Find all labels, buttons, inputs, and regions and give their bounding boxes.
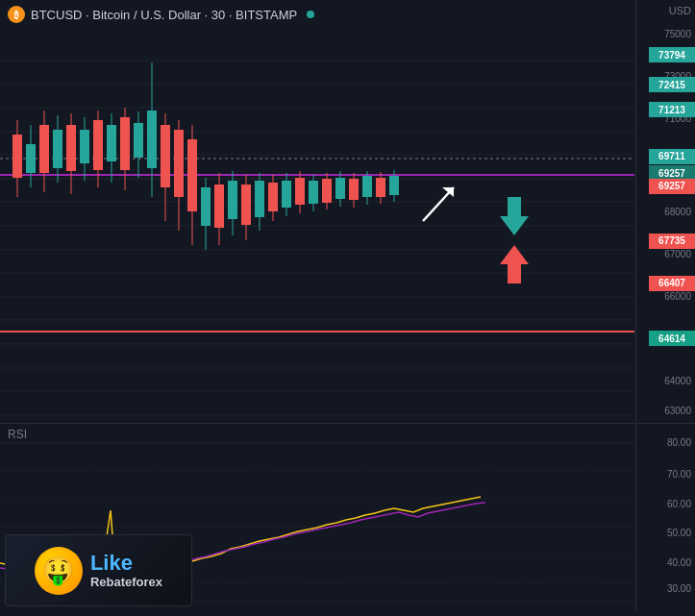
svg-rect-30 (66, 125, 76, 171)
svg-rect-40 (134, 123, 143, 158)
price-tag-71213: 71213 (649, 102, 695, 117)
price-68000: 68000 (664, 207, 691, 217)
rsi-80: 80.00 (667, 437, 691, 448)
green-up-arrow (500, 197, 529, 235)
svg-rect-68 (322, 179, 332, 203)
rsi-60: 60.00 (667, 499, 691, 509)
svg-rect-62 (282, 181, 291, 208)
main-chart (0, 29, 634, 423)
svg-rect-60 (268, 183, 278, 211)
rsi-axis: 80.00 70.00 60.00 50.00 40.00 30.00 (635, 423, 695, 610)
watermark-brand: Rebateforex (90, 575, 162, 589)
price-tag-73794: 73794 (649, 47, 695, 62)
price-axis: 75000 73000 71000 70000 68000 67000 6600… (635, 0, 695, 423)
price-63000: 63000 (664, 405, 691, 415)
svg-rect-74 (362, 176, 372, 197)
rsi-30: 30.00 (667, 582, 691, 593)
chart-container: ₿ BTCUSD · Bitcoin / U.S. Dollar · 30 · … (0, 0, 695, 616)
rsi-70: 70.00 (667, 469, 691, 480)
live-indicator (307, 11, 314, 18)
svg-rect-46 (174, 130, 184, 197)
price-tag-66407: 66407 (649, 276, 695, 291)
svg-rect-48 (187, 139, 197, 211)
price-tag-72415: 72415 (649, 77, 695, 92)
rsi-40: 40.00 (667, 556, 691, 567)
svg-rect-34 (93, 120, 103, 170)
watermark-logo: 🤑 Like Rebateforex (5, 534, 192, 606)
svg-rect-44 (161, 125, 170, 187)
svg-rect-76 (376, 178, 385, 197)
price-67000: 67000 (664, 249, 691, 259)
price-75000: 75000 (664, 29, 691, 39)
rsi-label: RSI (8, 428, 27, 441)
price-tag-69711: 69711 (649, 149, 695, 164)
svg-rect-50 (201, 187, 211, 226)
svg-rect-22 (12, 135, 22, 178)
svg-rect-52 (214, 185, 224, 228)
svg-rect-58 (255, 181, 264, 217)
svg-rect-70 (335, 178, 345, 199)
svg-rect-66 (309, 181, 318, 204)
price-tag-64614: 64614 (649, 331, 695, 346)
watermark-text: Like Rebateforex (90, 552, 162, 589)
price-tag-67735: 67735 (649, 234, 695, 249)
svg-rect-36 (107, 125, 116, 161)
svg-rect-26 (39, 125, 49, 173)
svg-rect-56 (241, 185, 251, 225)
watermark-like: Like (90, 552, 162, 575)
price-66000: 66000 (664, 291, 691, 302)
candlestick-chart (0, 29, 634, 423)
svg-rect-32 (80, 130, 89, 163)
svg-rect-42 (147, 111, 157, 168)
btc-icon: ₿ (8, 6, 25, 23)
svg-marker-81 (500, 197, 529, 235)
rsi-50: 50.00 (667, 527, 691, 537)
svg-marker-80 (442, 187, 454, 197)
chart-header: ₿ BTCUSD · Bitcoin / U.S. Dollar · 30 · … (0, 0, 634, 29)
chart-title: BTCUSD · Bitcoin / U.S. Dollar · 30 · BI… (31, 8, 297, 22)
svg-rect-28 (53, 130, 62, 168)
svg-rect-38 (120, 117, 130, 170)
price-tag-69257b: 69257 (649, 179, 695, 194)
svg-marker-82 (500, 245, 529, 283)
svg-rect-64 (295, 178, 305, 205)
white-arrow (423, 187, 454, 221)
svg-rect-54 (228, 181, 237, 219)
currency-label: USD (669, 5, 691, 16)
svg-rect-78 (389, 176, 399, 195)
red-down-arrow (500, 245, 529, 283)
price-64000: 64000 (664, 376, 691, 386)
svg-rect-24 (26, 144, 36, 173)
watermark-icon: 🤑 (35, 547, 83, 595)
svg-rect-72 (349, 179, 359, 200)
